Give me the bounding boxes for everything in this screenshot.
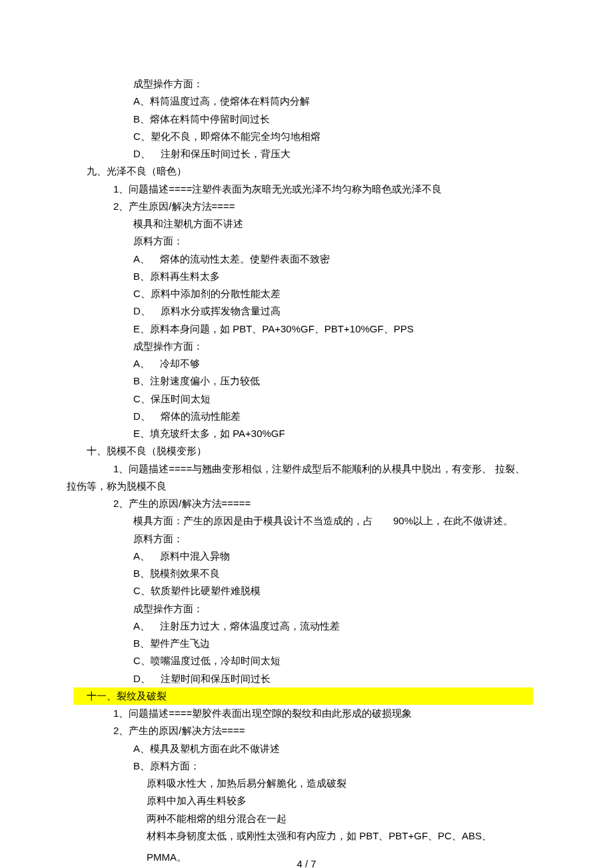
section-10-ops-header: 成型操作方面： bbox=[87, 600, 533, 618]
pre-item-b: B、熔体在料筒中停留时间过长 bbox=[87, 111, 533, 128]
section-9-ops-header: 成型操作方面： bbox=[87, 338, 533, 355]
section-9-ops-b: B、注射速度偏小，压力较低 bbox=[87, 372, 533, 390]
section-11-b1: 原料吸水性大，加热后易分解脆化，造成破裂 bbox=[87, 775, 533, 792]
section-10-ops-b: B、塑件产生飞边 bbox=[87, 635, 533, 652]
section-11-cause: 2、产生的原因/解决方法==== bbox=[87, 722, 533, 739]
section-9-mat-a: A、 熔体的流动性太差。使塑件表面不致密 bbox=[87, 250, 533, 268]
section-10-desc: 1、问题描述====与翘曲变形相似，注塑件成型后不能顺利的从模具中脱出，有变形、… bbox=[87, 460, 533, 478]
section-9-cause: 2、产生原因/解决方法==== bbox=[87, 198, 533, 215]
section-9-ops-e: E、填充玻纤太多，如 PA+30%GF bbox=[87, 425, 533, 442]
section-10-ops-d: D、 注塑时间和保压时间过长 bbox=[87, 670, 533, 687]
section-10-ops-a: A、 注射压力过大，熔体温度过高，流动性差 bbox=[87, 618, 533, 635]
document-page: 成型操作方面： A、料筒温度过高，使熔体在料筒内分解 B、熔体在料筒中停留时间过… bbox=[0, 0, 613, 868]
section-9-mat-d: D、 原料水分或挥发物含量过高 bbox=[87, 302, 533, 320]
section-9-mat-e: E、原料本身问题，如 PBT、PA+30%GF、PBT+10%GF、PPS bbox=[87, 320, 533, 338]
section-10-mat-a: A、 原料中混入异物 bbox=[87, 548, 533, 565]
section-10-title: 十、脱模不良（脱模变形） bbox=[87, 442, 533, 460]
section-9-mat-c: C、原料中添加剂的分散性能太差 bbox=[87, 285, 533, 302]
page-footer: 4 / 7 bbox=[0, 855, 613, 868]
section-9-ops-a: A、 冷却不够 bbox=[87, 355, 533, 372]
section-11-title-highlight: 十一、裂纹及破裂 bbox=[73, 687, 533, 705]
section-10-mat-b: B、脱模剂效果不良 bbox=[87, 565, 533, 582]
pre-ops-header: 成型操作方面： bbox=[87, 75, 533, 93]
section-9-mat-b: B、原料再生料太多 bbox=[87, 268, 533, 285]
section-10-desc-cont: 拉伤等，称为脱模不良 bbox=[67, 478, 533, 495]
section-11-b2: 原料中加入再生料较多 bbox=[87, 792, 533, 809]
pre-item-c: C、塑化不良，即熔体不能完全均匀地相熔 bbox=[87, 128, 533, 145]
section-9-title: 九、光泽不良（暗色） bbox=[87, 163, 533, 180]
section-9-ops-d: D、 熔体的流动性能差 bbox=[87, 408, 533, 425]
section-10-mold-note: 模具方面：产生的原因是由于模具设计不当造成的，占 90%以上，在此不做讲述。 bbox=[87, 512, 533, 530]
section-10-ops-c: C、喷嘴温度过低，冷却时间太短 bbox=[87, 652, 533, 669]
section-10-mat-c: C、软质塑件比硬塑件难脱模 bbox=[87, 582, 533, 600]
section-11-b3: 两种不能相熔的组分混合在一起 bbox=[87, 810, 533, 827]
section-11-desc: 1、问题描述====塑胶件表面出现空隙的裂纹和由此形成的破损现象 bbox=[87, 705, 533, 722]
section-9-mat-header: 原料方面： bbox=[87, 232, 533, 250]
pre-item-a: A、料筒温度过高，使熔体在料筒内分解 bbox=[87, 93, 533, 110]
section-11-b4: 材料本身韧度太低，或刚性太强和有内应力，如 PBT、PBT+GF、PC、ABS、 bbox=[87, 827, 533, 845]
section-9-note: 模具和注塑机方面不讲述 bbox=[87, 215, 533, 232]
section-9-desc: 1、问题描述====注塑件表面为灰暗无光或光泽不均匀称为暗色或光泽不良 bbox=[87, 181, 533, 198]
section-10-mat-header: 原料方面： bbox=[87, 530, 533, 548]
section-11-item-b-header: B、原料方面： bbox=[87, 757, 533, 775]
pre-item-d: D、 注射和保压时间过长，背压大 bbox=[87, 145, 533, 163]
section-10-cause: 2、产生的原因/解决方法===== bbox=[87, 495, 533, 512]
section-11-item-a: A、模具及塑机方面在此不做讲述 bbox=[87, 740, 533, 757]
section-9-ops-c: C、保压时间太短 bbox=[87, 390, 533, 408]
